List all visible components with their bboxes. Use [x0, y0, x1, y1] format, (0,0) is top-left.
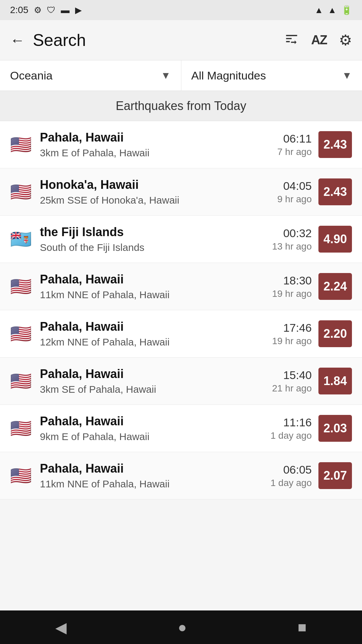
quake-description: 3km E of Pahala, Hawaii [40, 147, 277, 159]
quake-time: 04:05 [277, 179, 312, 193]
settings-icon[interactable]: ⚙ [339, 32, 352, 49]
az-sort-icon[interactable]: AZ [311, 33, 327, 47]
magnitude-filter-label: All Magnitudes [191, 69, 266, 82]
shield-status-icon: 🛡 [47, 5, 56, 15]
quake-time: 17:46 [272, 321, 312, 334]
quake-info: the Fiji Islands South of the Fiji Islan… [40, 225, 272, 253]
quake-location: Pahala, Hawaii [40, 272, 272, 286]
signal-icon: ▲ [328, 5, 337, 15]
region-filter[interactable]: Oceania ▼ [0, 60, 181, 91]
quake-description: 11km NNE of Pahala, Hawaii [40, 289, 272, 301]
quake-magnitude: 2.24 [318, 273, 352, 300]
quake-magnitude: 2.43 [318, 131, 352, 158]
quake-time: 00:32 [272, 227, 312, 240]
quake-time-block: 18:30 19 hr ago [272, 274, 312, 299]
quake-magnitude: 2.20 [318, 320, 352, 347]
quake-time-block: 11:16 1 day ago [270, 416, 312, 441]
quake-info: Honoka'a, Hawaii 25km SSE of Honoka'a, H… [40, 178, 277, 206]
quake-list-item[interactable]: 🇺🇸 Honoka'a, Hawaii 25km SSE of Honoka'a… [0, 168, 362, 216]
quake-flag: 🇺🇸 [10, 467, 32, 484]
quake-magnitude: 4.90 [318, 226, 352, 253]
region-dropdown-arrow: ▼ [161, 70, 171, 81]
settings-status-icon: ⚙ [34, 5, 42, 15]
quake-time-block: 00:32 13 hr ago [272, 227, 312, 252]
quake-ago: 19 hr ago [272, 288, 312, 299]
play-store-status-icon: ▶ [75, 5, 82, 15]
quake-flag: 🇺🇸 [10, 183, 32, 201]
quake-ago: 7 hr ago [277, 147, 312, 157]
quake-info: Pahala, Hawaii 3km SE of Pahala, Hawaii [40, 367, 272, 395]
region-filter-label: Oceania [10, 69, 53, 82]
quake-flag: 🇺🇸 [10, 420, 32, 437]
quake-magnitude: 2.43 [318, 178, 352, 205]
battery-icon: 🔋 [341, 5, 352, 15]
quake-info: Pahala, Hawaii 3km E of Pahala, Hawaii [40, 130, 277, 159]
quake-description: 25km SSE of Honoka'a, Hawaii [40, 195, 277, 206]
quake-time-block: 04:05 9 hr ago [277, 179, 312, 205]
quake-location: Pahala, Hawaii [40, 130, 277, 145]
quake-description: 3km SE of Pahala, Hawaii [40, 384, 272, 395]
quake-location: Pahala, Hawaii [40, 462, 270, 476]
quake-description: 12km NNE of Pahala, Hawaii [40, 336, 272, 348]
nav-home-button[interactable]: ● [178, 619, 187, 636]
nav-back-button[interactable]: ◀ [55, 619, 67, 636]
quake-ago: 1 day ago [270, 430, 312, 441]
quake-location: Pahala, Hawaii [40, 414, 270, 428]
quake-time: 11:16 [270, 416, 312, 429]
quake-time-block: 06:05 1 day ago [270, 463, 312, 488]
quake-time: 06:11 [277, 132, 312, 145]
quake-ago: 21 hr ago [272, 383, 312, 394]
status-time: 2:05 [10, 5, 28, 15]
sort-icon[interactable] [284, 31, 299, 49]
quake-list-item[interactable]: 🇺🇸 Pahala, Hawaii 11km NNE of Pahala, Ha… [0, 263, 362, 310]
quake-magnitude: 1.84 [318, 368, 352, 394]
magnitude-dropdown-arrow: ▼ [342, 70, 352, 81]
quake-info: Pahala, Hawaii 11km NNE of Pahala, Hawai… [40, 272, 272, 301]
quake-flag: 🇺🇸 [10, 372, 32, 390]
quake-flag: 🇫🇯 [10, 230, 32, 248]
back-button[interactable]: ← [10, 32, 25, 49]
quake-time: 06:05 [270, 463, 312, 476]
nav-recent-button[interactable]: ■ [298, 619, 307, 636]
status-bar: 2:05 ⚙ 🛡 ▬ ▶ ▲ ▲ 🔋 [0, 0, 362, 20]
page-title: Search [33, 31, 284, 50]
quake-location: Honoka'a, Hawaii [40, 178, 277, 192]
quake-description: 9km E of Pahala, Hawaii [40, 431, 270, 442]
quake-time: 18:30 [272, 274, 312, 287]
quake-info: Pahala, Hawaii 12km NNE of Pahala, Hawai… [40, 320, 272, 348]
quake-flag: 🇺🇸 [10, 325, 32, 342]
quake-list-item[interactable]: 🇺🇸 Pahala, Hawaii 12km NNE of Pahala, Ha… [0, 310, 362, 358]
wifi-icon: ▲ [315, 5, 323, 15]
quake-list-item[interactable]: 🇺🇸 Pahala, Hawaii 9km E of Pahala, Hawai… [0, 405, 362, 452]
quake-time-block: 15:40 21 hr ago [272, 369, 312, 394]
quake-location: Pahala, Hawaii [40, 320, 272, 334]
quake-time: 15:40 [272, 369, 312, 382]
quake-list-item[interactable]: 🇺🇸 Pahala, Hawaii 3km E of Pahala, Hawai… [0, 121, 362, 168]
quake-list-item[interactable]: 🇫🇯 the Fiji Islands South of the Fiji Is… [0, 216, 362, 263]
section-header-text: Earthquakes from Today [116, 99, 246, 113]
quake-description: South of the Fiji Islands [40, 242, 272, 253]
sd-card-status-icon: ▬ [61, 5, 70, 15]
quake-location: Pahala, Hawaii [40, 367, 272, 381]
quake-flag: 🇺🇸 [10, 136, 32, 153]
quake-info: Pahala, Hawaii 9km E of Pahala, Hawaii [40, 414, 270, 442]
quake-list-item[interactable]: 🇺🇸 Pahala, Hawaii 3km SE of Pahala, Hawa… [0, 358, 362, 405]
quake-ago: 9 hr ago [277, 194, 312, 205]
magnitude-filter[interactable]: All Magnitudes ▼ [181, 60, 362, 91]
quake-magnitude: 2.03 [318, 415, 352, 442]
quake-ago: 13 hr ago [272, 241, 312, 252]
nav-bar: ◀ ● ■ [0, 610, 362, 644]
earthquake-list: 🇺🇸 Pahala, Hawaii 3km E of Pahala, Hawai… [0, 121, 362, 499]
quake-time-block: 17:46 19 hr ago [272, 321, 312, 346]
quake-ago: 19 hr ago [272, 336, 312, 346]
filter-row: Oceania ▼ All Magnitudes ▼ [0, 60, 362, 91]
quake-flag: 🇺🇸 [10, 278, 32, 295]
quake-list-item[interactable]: 🇺🇸 Pahala, Hawaii 11km NNE of Pahala, Ha… [0, 452, 362, 499]
quake-magnitude: 2.07 [318, 462, 352, 489]
quake-description: 11km NNE of Pahala, Hawaii [40, 478, 270, 490]
app-bar: ← Search AZ ⚙ [0, 20, 362, 60]
app-bar-actions: AZ ⚙ [284, 31, 352, 49]
section-header: Earthquakes from Today [0, 91, 362, 121]
quake-location: the Fiji Islands [40, 225, 272, 239]
quake-ago: 1 day ago [270, 478, 312, 488]
